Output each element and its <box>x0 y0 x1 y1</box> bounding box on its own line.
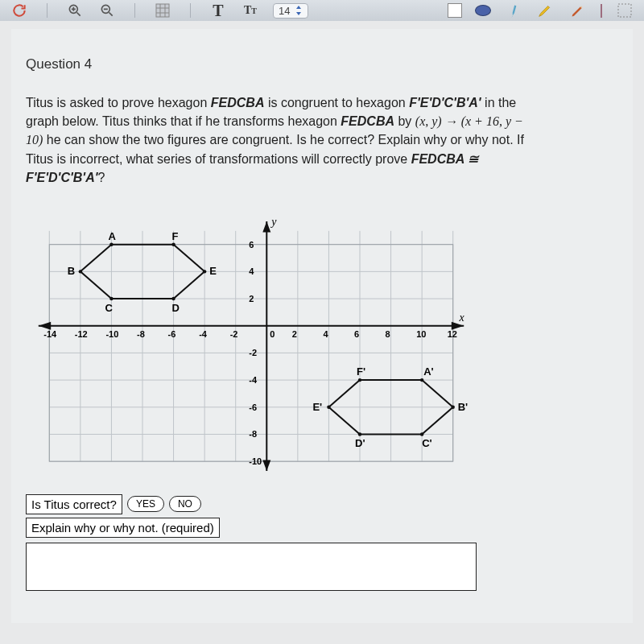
svg-text:6: 6 <box>354 329 359 339</box>
svg-text:D: D <box>172 302 180 314</box>
svg-text:A: A <box>108 230 116 242</box>
refresh-icon[interactable] <box>10 1 29 20</box>
svg-text:-12: -12 <box>75 329 88 339</box>
svg-point-59 <box>171 242 175 246</box>
fill-white-swatch[interactable] <box>448 3 462 18</box>
svg-marker-32 <box>262 221 270 232</box>
explain-label: Explain why or why not. (required) <box>26 518 220 538</box>
svg-text:-4: -4 <box>199 329 208 339</box>
pencil-icon[interactable] <box>568 1 588 20</box>
svg-point-72 <box>452 406 455 409</box>
svg-text:E': E' <box>312 401 322 413</box>
question-number: Question 4 <box>26 56 618 72</box>
svg-text:4: 4 <box>323 329 328 339</box>
svg-text:-6: -6 <box>249 402 257 412</box>
svg-text:2: 2 <box>249 294 254 303</box>
is-correct-label: Is Titus correct? <box>26 494 122 514</box>
page-number: 14 <box>279 5 290 17</box>
svg-text:E: E <box>209 265 217 277</box>
svg-text:6: 6 <box>249 240 254 250</box>
yes-button[interactable]: YES <box>127 496 164 512</box>
svg-text:-6: -6 <box>168 329 176 339</box>
zoom-out-icon[interactable] <box>97 1 117 20</box>
svg-point-60 <box>203 270 206 273</box>
svg-text:4: 4 <box>249 266 254 276</box>
page-stepper-icon[interactable] <box>295 5 303 16</box>
svg-text:8: 8 <box>386 329 390 339</box>
shape-ellipse-icon[interactable] <box>475 5 491 16</box>
svg-text:C': C' <box>422 437 431 449</box>
brush-icon[interactable] <box>501 0 527 23</box>
svg-text:-4: -4 <box>249 375 258 385</box>
select-icon[interactable] <box>615 1 634 20</box>
svg-point-73 <box>420 432 423 436</box>
svg-text:2: 2 <box>292 329 297 339</box>
toolbar: T TT 14 <box>0 0 644 21</box>
svg-text:B: B <box>68 265 75 277</box>
svg-text:12: 12 <box>448 329 457 339</box>
zoom-in-icon[interactable] <box>65 1 85 20</box>
svg-point-70 <box>358 378 361 382</box>
svg-point-71 <box>420 378 423 382</box>
svg-rect-3 <box>618 4 631 17</box>
svg-point-62 <box>109 297 113 300</box>
no-button[interactable]: NO <box>169 496 201 512</box>
question-prompt: Titus is asked to prove hexagon FEDCBA i… <box>26 93 525 187</box>
svg-text:-2: -2 <box>249 348 257 357</box>
svg-text:-2: -2 <box>230 329 238 339</box>
coordinate-grid: yx-14-12-10-8-6-4-2024681012642-2-4-6-8-… <box>26 209 477 483</box>
svg-text:-8: -8 <box>137 329 145 339</box>
svg-marker-33 <box>262 460 270 470</box>
svg-text:B': B' <box>458 401 468 413</box>
text-tool-icon[interactable]: T <box>208 1 228 20</box>
svg-point-61 <box>171 297 175 300</box>
svg-text:F: F <box>172 230 179 242</box>
svg-text:C: C <box>105 302 113 314</box>
svg-point-75 <box>327 406 330 409</box>
svg-text:y: y <box>270 216 277 228</box>
svg-text:-8: -8 <box>249 429 257 439</box>
svg-text:x: x <box>458 312 464 324</box>
eraser-icon[interactable] <box>601 5 602 17</box>
svg-text:F': F' <box>357 365 365 378</box>
svg-rect-2 <box>156 4 169 17</box>
svg-text:0: 0 <box>270 329 275 339</box>
svg-text:A': A' <box>423 365 433 378</box>
explain-textarea[interactable] <box>26 543 477 591</box>
svg-text:-10: -10 <box>249 456 262 466</box>
svg-text:D': D' <box>355 437 365 449</box>
graph-figure: yx-14-12-10-8-6-4-2024681012642-2-4-6-8-… <box>26 209 618 483</box>
svg-point-58 <box>109 242 113 246</box>
page-indicator[interactable]: 14 <box>273 3 308 19</box>
svg-text:-14: -14 <box>43 329 57 339</box>
svg-point-63 <box>79 270 82 273</box>
grid-icon[interactable] <box>153 1 172 20</box>
svg-text:-10: -10 <box>105 329 118 339</box>
highlighter-icon[interactable] <box>536 1 555 20</box>
svg-text:10: 10 <box>416 329 426 339</box>
type-tool-icon[interactable]: TT <box>241 1 260 20</box>
question-page: Question 4 Titus is asked to prove hexag… <box>11 29 633 623</box>
svg-point-74 <box>358 432 361 436</box>
